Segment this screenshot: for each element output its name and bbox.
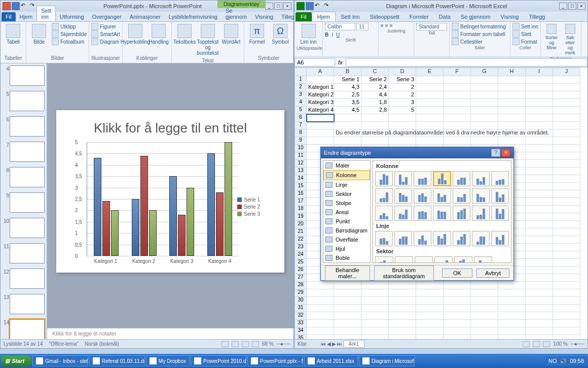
zoom-slider[interactable]: ─●──: [571, 341, 584, 347]
cell[interactable]: [334, 312, 361, 320]
row-header[interactable]: 1: [295, 76, 307, 84]
cell[interactable]: [361, 320, 389, 327]
column-header[interactable]: A: [307, 68, 334, 76]
xl-tab-settinn[interactable]: Sett inn: [336, 12, 364, 21]
cell[interactable]: [553, 76, 580, 84]
cell[interactable]: [444, 91, 471, 99]
align-center-icon[interactable]: ≡: [385, 23, 388, 28]
cell[interactable]: [444, 282, 471, 289]
row-header[interactable]: 33: [295, 320, 307, 327]
font-select[interactable]: Calibri: [325, 23, 355, 30]
cell[interactable]: [526, 297, 553, 305]
cell[interactable]: [361, 114, 389, 122]
cell[interactable]: [361, 305, 389, 312]
cell[interactable]: [471, 107, 498, 114]
fx-icon[interactable]: fx: [338, 59, 343, 65]
cell[interactable]: [471, 312, 498, 320]
chart-subtype-item[interactable]: [414, 171, 431, 186]
chart-subtype-item[interactable]: [472, 231, 490, 246]
cell[interactable]: 2,8: [361, 107, 389, 114]
chart-type-item[interactable]: Punkt: [323, 217, 370, 226]
row-header[interactable]: 16: [295, 190, 307, 198]
chart-subtype-item[interactable]: [434, 256, 453, 263]
close-button[interactable]: ×: [283, 3, 291, 10]
cell[interactable]: [307, 129, 334, 137]
tab-utforming[interactable]: Utforming: [56, 12, 88, 21]
cell[interactable]: [389, 282, 416, 289]
cell[interactable]: [444, 289, 471, 297]
row-header[interactable]: 14: [295, 175, 307, 183]
chart-subtype-item[interactable]: [453, 206, 470, 221]
cell[interactable]: [444, 335, 471, 339]
row-header[interactable]: 2: [295, 84, 307, 91]
cell[interactable]: [334, 282, 361, 289]
cell[interactable]: [416, 129, 444, 137]
cell[interactable]: Serie 1: [334, 76, 361, 84]
cell[interactable]: [307, 312, 334, 320]
slide-thumbnail[interactable]: 5: [10, 91, 45, 111]
chart-subtype-item[interactable]: [375, 188, 393, 204]
chart-type-item[interactable]: Radar: [323, 262, 370, 263]
liminn-button[interactable]: Lim inn: [297, 23, 320, 46]
align-left-icon[interactable]: ≡: [381, 23, 384, 28]
cell[interactable]: [471, 129, 498, 137]
cell[interactable]: [471, 335, 498, 339]
cell[interactable]: [553, 160, 580, 168]
chart-subtype-item[interactable]: [394, 231, 412, 246]
cell[interactable]: [526, 236, 553, 244]
cellestiler-button[interactable]: Cellestiler: [452, 38, 508, 45]
diagram-button[interactable]: Diagram: [91, 38, 120, 45]
system-tray[interactable]: NO 🔊 09:58: [545, 356, 587, 366]
cell[interactable]: [553, 320, 580, 327]
cell[interactable]: [526, 327, 553, 335]
chart-subtype-item[interactable]: [472, 206, 490, 221]
cell[interactable]: [416, 289, 444, 297]
cell[interactable]: [444, 84, 471, 91]
xl-tab-hjem[interactable]: Hjem: [312, 12, 336, 21]
cell[interactable]: [389, 289, 416, 297]
slide-title-placeholder[interactable]: Klikk for å legge til en tittel: [71, 120, 269, 136]
cell[interactable]: [553, 206, 580, 213]
cell[interactable]: [416, 297, 444, 305]
cell[interactable]: [498, 335, 526, 339]
taskbar-item[interactable]: PowerPoint.pptx - Mi...: [247, 355, 303, 366]
cell[interactable]: [526, 160, 553, 168]
chart-type-item[interactable]: Overflate: [323, 235, 370, 244]
tab-segjennom[interactable]: Se gjennom: [222, 6, 251, 21]
cell[interactable]: [553, 259, 580, 266]
taskbar-item[interactable]: Diagram i Microsoft P...: [359, 355, 415, 366]
taskbar-item[interactable]: Referat 01.03.11.do...: [89, 355, 145, 366]
row-header[interactable]: 9: [295, 137, 307, 145]
row-header[interactable]: 5: [295, 107, 307, 114]
cell[interactable]: [334, 305, 361, 312]
cell[interactable]: Kategori 3: [307, 99, 334, 107]
cell[interactable]: [361, 137, 389, 145]
chart-subtype-item[interactable]: [394, 206, 412, 221]
cell[interactable]: [553, 297, 580, 305]
cell[interactable]: [416, 335, 444, 339]
cell[interactable]: [526, 305, 553, 312]
cell[interactable]: [553, 145, 580, 152]
chart-subtype-item[interactable]: [491, 206, 509, 221]
cell[interactable]: [553, 305, 580, 312]
row-header[interactable]: 13: [295, 168, 307, 175]
cell[interactable]: [444, 99, 471, 107]
cell[interactable]: [361, 289, 389, 297]
cell[interactable]: [498, 327, 526, 335]
bold-button[interactable]: B: [325, 32, 328, 38]
xl-tab-data[interactable]: Data: [434, 12, 456, 21]
row-header[interactable]: 27: [295, 274, 307, 282]
cell[interactable]: 5: [389, 107, 416, 114]
cell[interactable]: [498, 114, 526, 122]
cell[interactable]: [389, 129, 416, 137]
cell[interactable]: [389, 312, 416, 320]
row-header[interactable]: 31: [295, 305, 307, 312]
row-header[interactable]: 15: [295, 183, 307, 190]
sok-button[interactable]: Søk etter og merk: [562, 23, 579, 56]
cell[interactable]: [498, 312, 526, 320]
cell[interactable]: [553, 236, 580, 244]
slide-thumbnail[interactable]: 14: [10, 319, 45, 339]
chart-type-item[interactable]: Børsdiagram: [323, 226, 370, 235]
dialog-close-button[interactable]: ×: [501, 149, 510, 157]
cell[interactable]: [416, 305, 444, 312]
